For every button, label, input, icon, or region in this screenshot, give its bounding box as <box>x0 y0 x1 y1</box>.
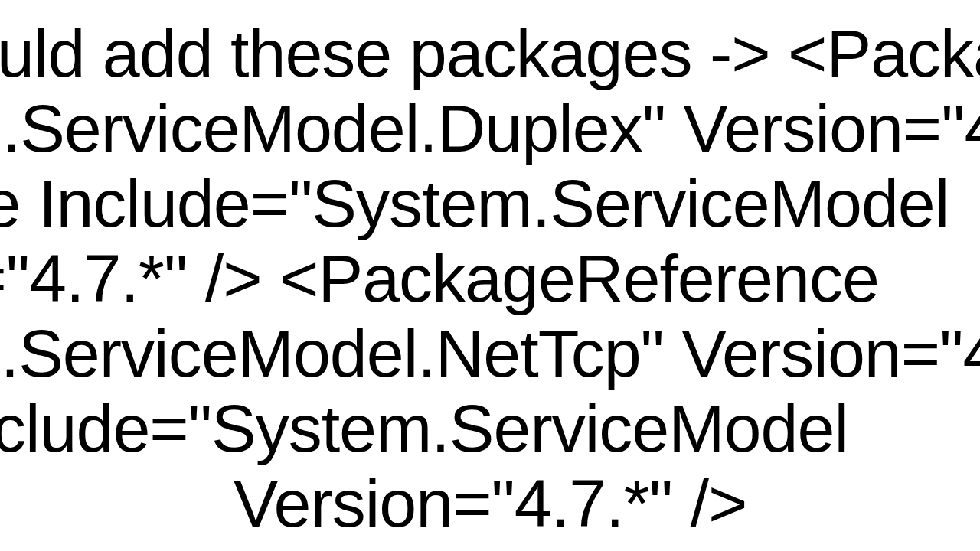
text-line-5: stem.ServiceModel.NetTcp" Version="4.7.*… <box>0 317 838 390</box>
text-line-3: ference Include="System.ServiceModel <box>0 167 781 240</box>
text-line-1: hould add these packages -> <PackageRefe… <box>0 17 903 90</box>
text-line-4: sion="4.7.*" /> <PackageReference <box>0 242 827 315</box>
text-line-6: rence Include="System.ServiceModel <box>0 392 735 465</box>
text-line-2: stem.ServiceModel.Duplex" Version="4.7.*… <box>0 92 839 165</box>
text-fragment: hould add these packages -> <PackageRefe… <box>0 0 980 551</box>
text-line-7: Version="4.7.*" /> <box>0 467 980 540</box>
